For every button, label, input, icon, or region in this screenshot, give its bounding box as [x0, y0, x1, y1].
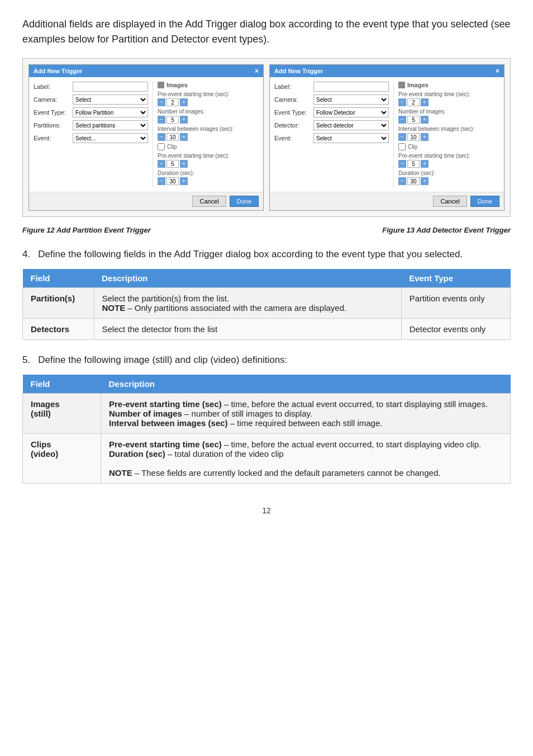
- label-row: Label:: [34, 82, 148, 92]
- detector-dialog-footer: Cancel Done: [270, 192, 504, 210]
- det-images-icon: [398, 82, 405, 88]
- clip-pre-spinner: Pre-event starting time (sec): − +: [158, 153, 259, 168]
- event-select[interactable]: Select...: [73, 133, 148, 143]
- det-interval-label: Interval between images (sec):: [398, 126, 499, 132]
- step4-col-description: Description: [94, 269, 401, 288]
- pre-event-images-plus[interactable]: +: [180, 98, 188, 106]
- detector-dialog-close[interactable]: ×: [496, 67, 499, 75]
- det-pre-event-val[interactable]: [407, 98, 420, 106]
- det-images-section-header: Images: [398, 82, 499, 88]
- det-pre-event-ctrl: − +: [398, 98, 499, 106]
- event-type-select[interactable]: Follow Partition: [73, 107, 148, 117]
- partition-dialog-left: Label: Camera: Select Event Type: Follow…: [34, 82, 148, 187]
- det-interval-val[interactable]: [407, 133, 420, 141]
- det-interval-minus[interactable]: −: [398, 133, 406, 141]
- det-label-input[interactable]: [313, 82, 389, 92]
- detector-dialog: Add New Trigger × Label: Camera: Select: [269, 64, 505, 211]
- det-event-row: Event: Select: [274, 133, 389, 143]
- images-interval-bold: Interval between images (sec): [109, 418, 228, 428]
- det-duration-ctrl: − +: [398, 177, 499, 185]
- intro-text: Additional fields are displayed in the A…: [22, 17, 511, 47]
- det-duration-val[interactable]: [407, 177, 420, 185]
- partition-field-bold: Partition(s): [31, 294, 75, 303]
- det-event-select[interactable]: Select: [313, 133, 389, 143]
- duration-minus[interactable]: −: [158, 177, 165, 185]
- pre-event-images-label: Pre-event starting time (sec):: [158, 91, 259, 97]
- det-duration-plus[interactable]: +: [421, 177, 429, 185]
- partition-field-cell: Partition(s): [23, 287, 94, 318]
- det-clip-pre-minus[interactable]: −: [398, 160, 406, 168]
- step5-heading: 5. Define the following image (still) an…: [22, 353, 511, 367]
- det-clip-checkbox[interactable]: [398, 143, 406, 150]
- duration-val[interactable]: [166, 177, 179, 185]
- num-images-label: Number of images:: [158, 108, 259, 115]
- interval-plus[interactable]: +: [180, 133, 188, 141]
- interval-minus[interactable]: −: [158, 133, 165, 141]
- camera-select[interactable]: Select: [73, 94, 148, 105]
- partition-note: NOTE – Only partitions associated with t…: [102, 303, 347, 313]
- duration-plus[interactable]: +: [180, 177, 188, 185]
- det-detector-select[interactable]: Select detector: [313, 120, 389, 130]
- table-row: Partition(s) Select the partition(s) fro…: [23, 287, 511, 318]
- camera-field-label: Camera:: [34, 96, 73, 103]
- num-images-minus[interactable]: −: [158, 116, 165, 124]
- det-pre-event-minus[interactable]: −: [398, 98, 406, 106]
- det-camera-row: Camera: Select: [274, 94, 389, 105]
- detector-dialog-left: Label: Camera: Select Event Type: Follow…: [274, 82, 389, 187]
- partitions-row: Partitions: Select partitions: [34, 120, 148, 130]
- detector-cancel-button[interactable]: Cancel: [433, 196, 467, 207]
- detector-dialog-content: Label: Camera: Select Event Type: Follow…: [270, 77, 504, 192]
- label-input[interactable]: [73, 82, 148, 92]
- clip-checkbox-row: Clip: [158, 143, 259, 150]
- det-duration-minus[interactable]: −: [398, 177, 406, 185]
- step4-heading: 4. Define the following fields in the Ad…: [22, 248, 511, 261]
- detectors-desc-cell: Select the detector from the list: [94, 318, 401, 339]
- detector-done-button[interactable]: Done: [470, 196, 499, 207]
- clip-pre-minus[interactable]: −: [158, 160, 165, 168]
- clip-pre-val[interactable]: [166, 160, 179, 168]
- camera-row: Camera: Select: [34, 94, 148, 105]
- clip-pre-ctrl: − +: [158, 160, 259, 168]
- partition-done-button[interactable]: Done: [230, 196, 259, 207]
- det-pre-event-plus[interactable]: +: [421, 98, 429, 106]
- partition-dialog-close[interactable]: ×: [255, 67, 259, 75]
- pre-event-images-minus[interactable]: −: [158, 98, 165, 106]
- event-row: Event: Select...: [34, 133, 148, 143]
- det-duration-spinner: Duration (sec): − +: [398, 170, 499, 185]
- partition-note-bold: NOTE: [102, 303, 126, 313]
- det-clip-label: Clip: [408, 144, 417, 150]
- step4-table: Field Description Event Type Partition(s…: [22, 269, 511, 340]
- num-images-plus[interactable]: +: [180, 116, 188, 124]
- det-clip-checkbox-row: Clip: [398, 143, 499, 150]
- detector-dialog-title: Add New Trigger: [274, 68, 323, 74]
- clip-checkbox[interactable]: [158, 143, 165, 150]
- det-interval-plus[interactable]: +: [421, 133, 429, 141]
- det-interval-spinner: Interval between images (sec): − +: [398, 126, 499, 141]
- det-event-type-select[interactable]: Follow Detector: [313, 107, 389, 117]
- table-row: Clips (video) Pre-event starting time (s…: [23, 433, 511, 483]
- det-event-field-label: Event:: [274, 135, 313, 141]
- partitions-field-label: Partitions:: [34, 122, 73, 129]
- det-num-images-plus[interactable]: +: [421, 116, 429, 124]
- det-camera-select[interactable]: Select: [313, 94, 389, 105]
- interval-spinner: Interval between images (sec): − +: [158, 126, 259, 141]
- clips-field-bold: Clips: [31, 440, 51, 449]
- step5-col-description: Description: [101, 375, 511, 394]
- num-images-val[interactable]: [166, 116, 179, 124]
- images-section-header: Images: [158, 82, 259, 88]
- pre-event-images-ctrl: − +: [158, 98, 259, 106]
- event-type-row: Event Type: Follow Partition: [34, 107, 148, 117]
- det-num-images-minus[interactable]: −: [398, 116, 406, 124]
- partition-cancel-button[interactable]: Cancel: [192, 196, 226, 207]
- pre-event-images-val[interactable]: [166, 98, 179, 106]
- partition-event-type-cell: Partition events only: [401, 287, 510, 318]
- partitions-select[interactable]: Select partitions: [73, 120, 148, 130]
- figure-captions: Figure 12 Add Partition Event Trigger Fi…: [22, 226, 511, 234]
- clip-pre-plus[interactable]: +: [180, 160, 188, 168]
- interval-val[interactable]: [166, 133, 179, 141]
- det-clip-pre-val[interactable]: [407, 160, 420, 168]
- det-num-images-val[interactable]: [407, 116, 420, 124]
- detectors-field-bold: Detectors: [31, 324, 69, 334]
- det-clip-pre-plus[interactable]: +: [421, 160, 429, 168]
- clips-desc-cell: Pre-event starting time (sec) – time, be…: [101, 433, 511, 483]
